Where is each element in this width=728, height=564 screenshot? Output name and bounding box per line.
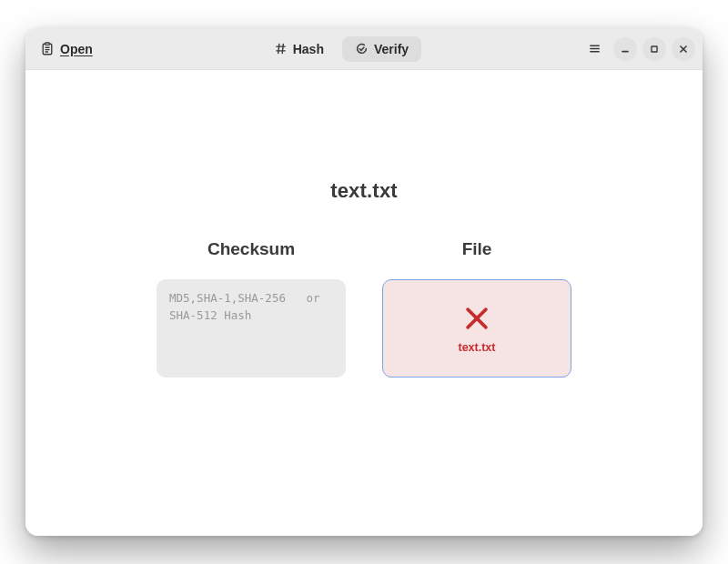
tab-verify[interactable]: Verify bbox=[342, 36, 421, 62]
svg-line-7 bbox=[278, 44, 278, 53]
checksum-heading: Checksum bbox=[207, 239, 295, 259]
error-x-icon bbox=[461, 303, 492, 334]
menu-button[interactable] bbox=[582, 37, 606, 61]
svg-line-8 bbox=[282, 44, 283, 53]
hamburger-icon bbox=[588, 42, 602, 55]
app-window: Open Hash bbox=[25, 28, 703, 536]
tab-hash-label: Hash bbox=[293, 42, 324, 56]
page-title: text.txt bbox=[330, 179, 398, 203]
file-heading: File bbox=[462, 239, 492, 259]
minimize-button[interactable] bbox=[613, 37, 637, 61]
verify-icon bbox=[355, 42, 369, 55]
tab-hash[interactable]: Hash bbox=[261, 36, 337, 62]
headerbar: Open Hash bbox=[25, 28, 703, 70]
close-button[interactable] bbox=[672, 37, 695, 61]
tab-verify-label: Verify bbox=[374, 42, 409, 56]
close-icon bbox=[677, 43, 690, 55]
maximize-icon bbox=[648, 43, 661, 55]
file-dropzone[interactable]: text.txt bbox=[382, 279, 571, 378]
checksum-column: Checksum MD5,SHA-1,SHA-256 or SHA-512 Ha… bbox=[157, 239, 346, 378]
hash-icon bbox=[274, 42, 288, 55]
open-button-label: Open bbox=[60, 42, 93, 56]
headerbar-right bbox=[582, 37, 695, 61]
file-dropzone-label: text.txt bbox=[459, 341, 496, 354]
svg-rect-13 bbox=[652, 45, 657, 51]
headerbar-center: Hash Verify bbox=[107, 36, 575, 62]
svg-rect-1 bbox=[46, 43, 50, 45]
maximize-button[interactable] bbox=[642, 37, 666, 61]
file-column: File text.txt bbox=[382, 239, 571, 378]
minimize-icon bbox=[619, 43, 632, 55]
verify-columns: Checksum MD5,SHA-1,SHA-256 or SHA-512 Ha… bbox=[157, 239, 571, 378]
content-area: text.txt Checksum MD5,SHA-1,SHA-256 or S… bbox=[25, 70, 703, 536]
headerbar-left: Open bbox=[33, 38, 100, 60]
paste-icon bbox=[40, 42, 55, 56]
open-button[interactable]: Open bbox=[33, 38, 100, 60]
checksum-input[interactable]: MD5,SHA-1,SHA-256 or SHA-512 Hash bbox=[157, 279, 346, 378]
